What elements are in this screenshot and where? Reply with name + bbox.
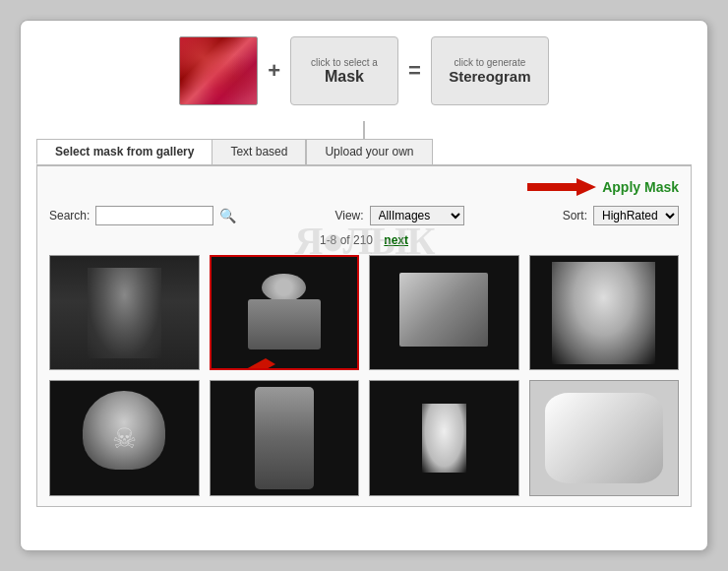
mask-box[interactable]: click to select a Mask bbox=[290, 36, 398, 105]
gallery-item[interactable] bbox=[49, 255, 200, 370]
view-group: View: AllImages MyFavorites bbox=[334, 206, 463, 225]
gallery-panel: Apply Mask Search: 🔍 View: AllImages MyF… bbox=[36, 166, 692, 507]
connector-area bbox=[36, 121, 692, 139]
search-group: Search: 🔍 bbox=[49, 206, 236, 225]
mask-small-label: click to select a bbox=[311, 57, 378, 68]
sort-group: Sort: HighRated Newest Oldest bbox=[563, 206, 679, 225]
tabs-row: Select mask from gallery Text based Uplo… bbox=[36, 139, 692, 166]
tab-gallery[interactable]: Select mask from gallery bbox=[36, 139, 212, 164]
tab-upload[interactable]: Upload your own bbox=[306, 139, 432, 164]
pagination-row: 1-8 of 210 next Я●ЛЫК bbox=[49, 233, 679, 247]
main-container: + click to select a Mask = click to gene… bbox=[20, 20, 708, 551]
plus-sign: + bbox=[268, 58, 280, 84]
sort-label: Sort: bbox=[563, 209, 587, 222]
gallery-item[interactable] bbox=[529, 255, 680, 370]
search-label: Search: bbox=[49, 209, 90, 222]
equals-sign: = bbox=[408, 58, 421, 84]
view-select[interactable]: AllImages MyFavorites bbox=[370, 206, 464, 225]
sort-select[interactable]: HighRated Newest Oldest bbox=[593, 206, 679, 225]
gallery-item-selected[interactable] bbox=[210, 255, 360, 370]
view-label: View: bbox=[334, 209, 363, 222]
gallery-item[interactable] bbox=[529, 380, 680, 495]
search-button[interactable]: 🔍 bbox=[219, 208, 236, 223]
red-arrow-icon bbox=[527, 176, 596, 198]
mask-big-label: Mask bbox=[325, 68, 364, 86]
red-arrow-item-icon bbox=[221, 358, 275, 370]
apply-mask-button[interactable]: Apply Mask bbox=[602, 179, 679, 195]
controls-row: Search: 🔍 View: AllImages MyFavorites So… bbox=[49, 206, 679, 225]
svg-marker-1 bbox=[226, 358, 275, 370]
next-link[interactable]: next bbox=[384, 233, 408, 247]
gallery-item[interactable] bbox=[49, 380, 200, 495]
stereo-small-label: click to generate bbox=[454, 57, 525, 68]
stereo-box[interactable]: click to generate Stereogram bbox=[431, 36, 549, 105]
gallery-item[interactable] bbox=[369, 380, 519, 495]
gallery-item[interactable] bbox=[369, 255, 519, 370]
gallery-grid bbox=[49, 255, 679, 496]
texture-image[interactable] bbox=[179, 36, 258, 105]
apply-mask-row: Apply Mask bbox=[49, 176, 679, 198]
tab-text[interactable]: Text based bbox=[212, 139, 306, 164]
search-input[interactable] bbox=[95, 206, 213, 225]
svg-marker-0 bbox=[527, 178, 596, 196]
top-section: + click to select a Mask = click to gene… bbox=[36, 36, 692, 105]
stereo-big-label: Stereogram bbox=[449, 68, 530, 85]
gallery-item[interactable] bbox=[210, 380, 360, 495]
pagination-text: 1-8 of 210 bbox=[320, 233, 373, 247]
apply-mask-arrow: Apply Mask bbox=[527, 176, 679, 198]
